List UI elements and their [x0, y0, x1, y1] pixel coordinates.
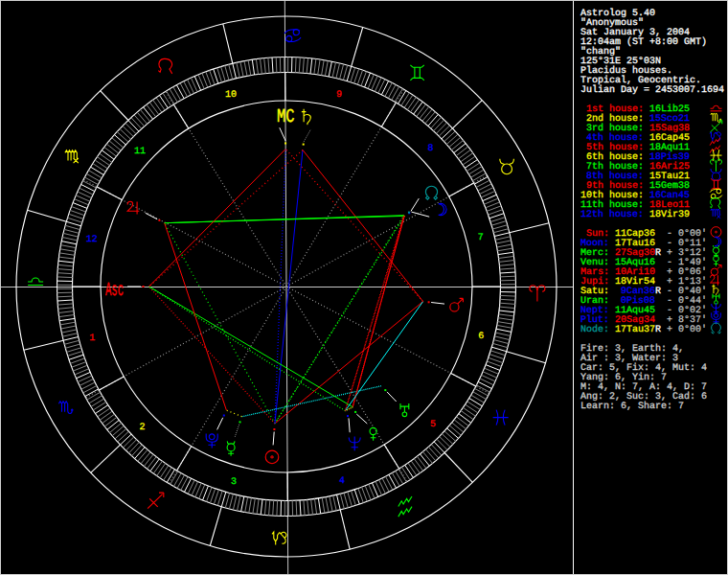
svg-text:5: 5: [430, 420, 436, 430]
svg-text:MC: MC: [277, 106, 295, 128]
svg-text:+: +: [667, 325, 672, 335]
svg-text:Asc: Asc: [105, 280, 124, 302]
svg-text:8: 8: [427, 144, 433, 154]
svg-text:17Tau37: 17Tau37: [615, 325, 655, 335]
svg-text:12: 12: [86, 235, 98, 245]
svg-text:3: 3: [231, 477, 237, 488]
svg-text:Learn: 6, Share: 7: Learn: 6, Share: 7: [580, 401, 684, 412]
svg-text:6: 6: [478, 332, 484, 342]
svg-text:9: 9: [336, 90, 342, 101]
svg-text:0°00': 0°00': [678, 324, 707, 335]
svg-text:7: 7: [478, 233, 484, 243]
svg-text:1: 1: [89, 334, 95, 344]
svg-text:Julian Day = 2453007.1694: Julian Day = 2453007.1694: [580, 84, 724, 96]
svg-text:R: R: [655, 287, 661, 297]
svg-text:18Vir39: 18Vir39: [649, 209, 690, 220]
svg-text:11: 11: [134, 147, 146, 157]
svg-text:4: 4: [339, 476, 345, 487]
svg-text:12th house:: 12th house:: [580, 209, 644, 220]
svg-text:R: R: [655, 248, 661, 259]
svg-text:10: 10: [225, 90, 237, 101]
svg-text:Node:: Node:: [580, 324, 609, 335]
svg-text:2: 2: [140, 423, 146, 433]
svg-text:R: R: [655, 325, 661, 335]
